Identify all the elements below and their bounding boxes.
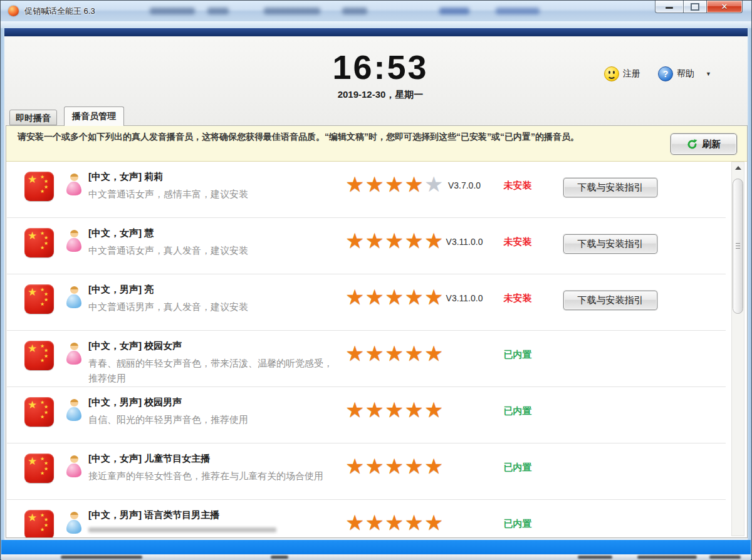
status-label: 未安装 [493,293,543,304]
notice-text: 请安装一个或多个如下列出的真人发音播音员，这将确保您获得最佳语音品质。“编辑文稿… [18,130,650,143]
navy-band [1,28,751,36]
voice-name: [中文，女声] 莉莉 [88,170,339,184]
blurred-text [207,8,229,14]
frame-strip [1,21,751,28]
voice-row: ★★★★★[中文，女声] 慧中文普通话女声，真人发音，建议安装★★★★★V3.1… [7,218,726,274]
version-label: V3.11.0.0 [439,293,489,303]
star-filled: ★★★★★ [345,454,444,478]
voice-text: [中文，女声] 儿童节目女主播接近童声的年轻女性音色，推荐在与儿童有关的场合使用 [88,452,339,484]
close-button[interactable]: ✕ [706,1,743,13]
minimize-button[interactable] [655,1,683,13]
refresh-button[interactable]: 刷新 [671,133,737,155]
maximize-button[interactable] [683,1,706,13]
tab-instant-broadcast[interactable]: 即时播音 [9,110,57,125]
china-flag-icon: ★★★★★ [24,341,54,370]
star-filled: ★★★★★ [345,398,444,422]
refresh-label: 刷新 [702,138,721,150]
voice-list: ★★★★★[中文，女声] 莉莉中文普通话女声，感情丰富，建议安装★★★★★V3.… [7,162,726,537]
window-title: 促销喊话全能王 6.3 [24,6,95,17]
status-label: 未安装 [493,236,543,248]
download-install-guide-button[interactable]: 下载与安装指引 [563,234,657,254]
star-rating: ★★★★★ [345,454,444,479]
voice-description: 青春、靓丽的年轻女声音色，带来活泼、温馨的听觉感受，推荐使用 [88,356,337,386]
star-filled: ★★★★★ [345,285,444,309]
app-icon [8,6,19,16]
star-filled: ★★★★★ [345,511,444,534]
app-window: 促销喊话全能王 6.3 ✕ 16:53 2019-12-30，星期一 注册 ? … [0,0,752,560]
voice-text: [中文，女声] 慧中文普通话女声，真人发音，建议安装 [88,226,339,258]
female-person-icon [66,230,82,252]
star-rating: ★★★★★ [345,510,444,535]
voice-name: [中文，女声] 儿童节目女主播 [88,452,339,465]
scrollbar-thumb[interactable] [733,179,743,314]
voice-description: 中文普通话女声，感情丰富，建议安装 [88,187,337,202]
download-install-guide-button[interactable]: 下载与安装指引 [563,291,657,310]
chevron-down-icon[interactable]: ▼ [706,71,711,77]
voice-description-clipped [88,527,276,532]
date-label: 2019-12-30，星期一 [268,89,493,101]
voice-text: [中文，女声] 校园女声青春、靓丽的年轻女声音色，带来活泼、温馨的听觉感受，推荐… [88,339,339,386]
smiley-icon [604,66,619,81]
male-person-icon [66,286,82,308]
voice-name: [中文，男声] 校园男声 [88,395,339,409]
voice-name: [中文，女声] 慧 [88,226,339,240]
voice-description: 自信、阳光的年轻男声音色，推荐使用 [88,412,337,427]
blurred-text [342,8,367,14]
star-rating: ★★★★★ [345,284,444,309]
voice-description: 中文普通话女声，真人发音，建议安装 [88,243,337,258]
help-icon: ? [658,66,673,81]
voice-text: [中文，男声] 亮中文普通话男声，真人发音，建议安装 [88,283,339,314]
female-person-icon [66,174,82,195]
voice-text: [中文，男声] 语言类节目男主播 [88,508,339,532]
male-person-icon [66,399,82,421]
voice-row: ★★★★★[中文，男声] 语言类节目男主播★★★★★已内置 [7,500,726,537]
version-label: V3.11.0.0 [439,237,489,247]
version-label: V3.7.0.0 [439,180,489,190]
window-controls: ✕ [655,1,743,13]
star-filled: ★★★★★ [345,341,444,365]
blurred-text [150,8,195,14]
voice-row: ★★★★★[中文，男声] 亮中文普通话男声，真人发音，建议安装★★★★★V3.1… [7,274,726,331]
voice-row: ★★★★★[中文，男声] 校园男声自信、阳光的年轻男声音色，推荐使用★★★★★已… [7,387,726,443]
bottom-frame-strip [1,554,751,560]
scrollbar [731,162,744,536]
star-filled: ★★★★ [345,172,424,196]
voice-name: [中文，男声] 语言类节目男主播 [88,508,339,522]
status-label: 已内置 [493,405,543,417]
clock: 16:53 [286,48,474,86]
voice-text: [中文，女声] 莉莉中文普通话女声，感情丰富，建议安装 [88,170,339,202]
refresh-icon [687,139,697,150]
blurred-text [271,556,288,559]
scrollbar-up-arrow[interactable] [732,162,744,174]
help-link[interactable]: 帮助 [677,68,694,80]
star-rating: ★★★★★ [345,397,444,422]
blurred-icon [439,8,469,14]
status-label: 已内置 [493,349,543,361]
status-label: 已内置 [493,462,543,474]
china-flag-icon: ★★★★★ [24,397,54,427]
male-person-icon [66,512,82,534]
blurred-text [637,556,697,559]
register-link[interactable]: 注册 [623,68,640,80]
china-flag-icon: ★★★★★ [24,284,54,314]
china-flag-icon: ★★★★★ [24,172,54,201]
star-filled: ★★★★★ [345,229,444,252]
blurred-icon [496,8,540,14]
china-flag-icon: ★★★★★ [24,510,54,537]
status-label: 已内置 [493,518,543,530]
voice-row: ★★★★★[中文，女声] 莉莉中文普通话女声，感情丰富，建议安装★★★★★V3.… [7,162,726,218]
status-label: 未安装 [493,180,543,192]
china-flag-icon: ★★★★★ [24,454,54,483]
frame-right-edge [748,28,751,559]
voice-description: 接近童声的年轻女性音色，推荐在与儿童有关的场合使用 [88,469,337,484]
download-install-guide-button[interactable]: 下载与安装指引 [563,178,657,197]
voice-description: 中文普通话男声，真人发音，建议安装 [88,299,337,314]
voice-name: [中文，男声] 亮 [88,283,339,296]
voice-text: [中文，男声] 校园男声自信、阳光的年轻男声音色，推荐使用 [88,395,339,427]
notice-banner: 请安装一个或多个如下列出的真人发音播音员，这将确保您获得最佳语音品质。“编辑文稿… [6,126,747,162]
title-bar: 促销喊话全能王 6.3 ✕ [1,1,751,22]
china-flag-icon: ★★★★★ [24,228,54,257]
tab-announcer-management[interactable]: 播音员管理 [64,106,124,126]
blurred-text [578,556,612,559]
voice-row: ★★★★★[中文，女声] 儿童节目女主播接近童声的年轻女性音色，推荐在与儿童有关… [7,443,726,500]
